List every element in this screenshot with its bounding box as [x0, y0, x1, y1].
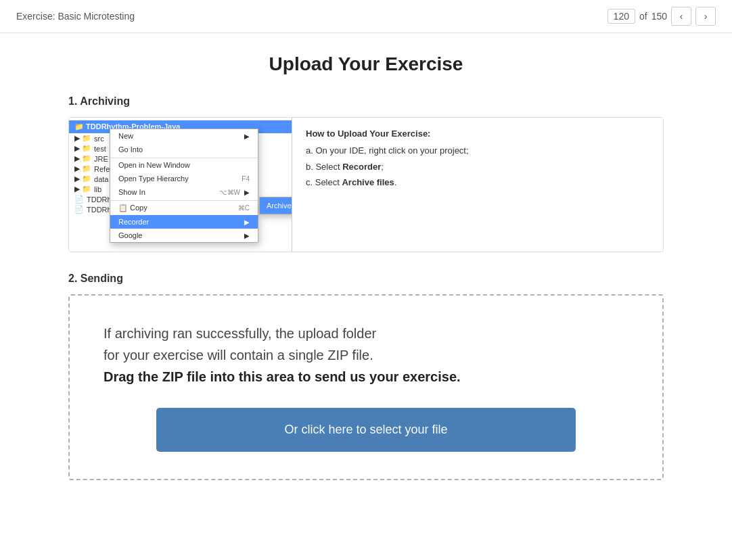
select-file-button[interactable]: Or click here to select your file	[156, 408, 576, 452]
dropzone-text: If archiving ran successfully, the uploa…	[104, 323, 628, 388]
instructions-step-a: a. On your IDE, right click on your proj…	[306, 144, 649, 158]
archiving-section: 1. Archiving 📁 TDDRhythm-Problem-Java ▶ …	[68, 95, 664, 252]
ctx-open-type: Open Type HierarchyF4	[110, 172, 258, 185]
page-indicator: 120 of 150	[608, 9, 667, 24]
ctx-go-into: Go Into	[110, 143, 258, 156]
ctx-open-new-window: Open in New Window	[110, 158, 258, 172]
exercise-title: Exercise: Basic Microtesting	[16, 11, 135, 22]
header: Exercise: Basic Microtesting 120 of 150 …	[0, 0, 732, 33]
ctx-copy: 📋 Copy⌘C	[110, 200, 258, 215]
instructions-panel: How to Upload Your Exercise: a. On your …	[292, 118, 663, 252]
ctx-google: Google▶	[110, 229, 258, 242]
archiving-heading: 1. Archiving	[68, 95, 664, 108]
instructions-step-c: c. Select Archive files.	[306, 176, 649, 189]
submenu: Archive files ↖	[259, 197, 292, 214]
dropzone-line2: for your exercise will contain a single …	[104, 348, 373, 363]
sending-section: 2. Sending If archiving ran successfully…	[68, 273, 664, 480]
ide-panel: 📁 TDDRhythm-Problem-Java ▶ 📁 src ▶ 📁 tes…	[69, 118, 292, 252]
main-content: Upload Your Exercise 1. Archiving 📁 TDDR…	[41, 33, 691, 521]
total-pages: 150	[651, 11, 667, 22]
instructions-title: How to Upload Your Exercise:	[306, 129, 649, 139]
current-page: 120	[608, 9, 635, 24]
context-menu: New▶ Go Into Open in New Window Open Typ…	[110, 129, 258, 243]
ctx-recorder: Recorder▶	[110, 215, 258, 229]
dropzone-line1: If archiving ran successfully, the uploa…	[104, 326, 376, 341]
page-title: Upload Your Exercise	[68, 53, 664, 75]
submenu-archive-files: Archive files ↖	[260, 197, 292, 214]
of-label: of	[639, 11, 647, 22]
next-button[interactable]: ›	[695, 7, 716, 26]
dropzone-bold-line: Drag the ZIP file into this area to send…	[104, 369, 461, 384]
instructions-step-b: b. Select Recorder;	[306, 160, 649, 174]
ctx-show-in: Show In⌥⌘W▶	[110, 185, 258, 199]
dropzone[interactable]: If archiving ran successfully, the uploa…	[68, 294, 664, 480]
ctx-new: New▶	[110, 129, 258, 143]
sending-heading: 2. Sending	[68, 273, 664, 285]
archiving-image: 📁 TDDRhythm-Problem-Java ▶ 📁 src ▶ 📁 tes…	[68, 117, 664, 252]
nav-controls: 120 of 150 ‹ ›	[608, 7, 716, 26]
prev-button[interactable]: ‹	[671, 7, 691, 26]
